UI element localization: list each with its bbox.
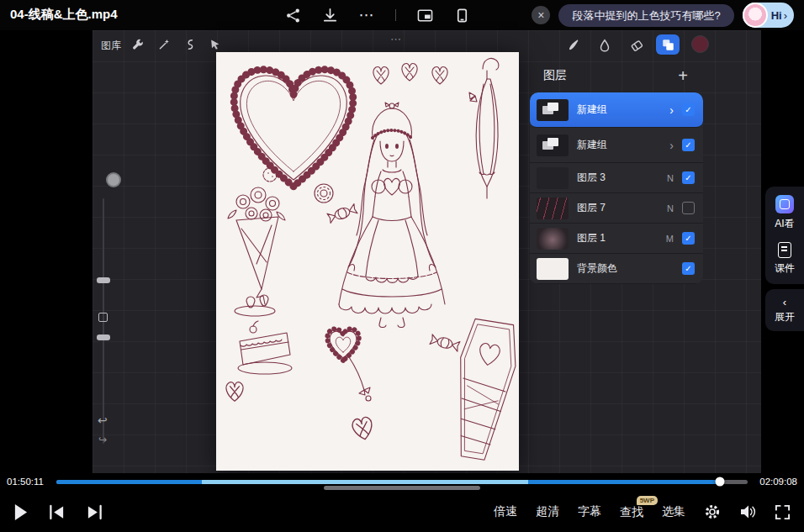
drawing-canvas <box>216 52 519 471</box>
close-icon[interactable]: × <box>532 6 550 24</box>
quality-button[interactable]: 超清 <box>536 504 559 519</box>
lineart-illustration <box>216 52 519 471</box>
layer-name: 图层 7 <box>577 201 667 215</box>
layer-visibility-checkbox <box>682 171 695 184</box>
fullscreen-icon[interactable] <box>775 504 791 520</box>
video-viewport[interactable]: 图库 ⋯ <box>0 30 804 473</box>
find-button[interactable]: 查找 <box>620 505 643 519</box>
blend-mode-label: N <box>667 173 674 183</box>
brush-size-slider <box>97 277 110 283</box>
courseware-label: 课件 <box>775 261 795 276</box>
eraser-tool-icon <box>629 38 644 53</box>
side-tools-group: AI看 课件 <box>765 187 804 284</box>
progress-bar[interactable] <box>56 480 748 484</box>
active-color-swatch <box>691 35 709 53</box>
brush-opacity-slider <box>97 334 110 340</box>
expand-label: 展开 <box>775 310 795 324</box>
speed-button[interactable]: 倍速 <box>494 504 517 519</box>
layer-row-background: 背景颜色 <box>530 254 703 284</box>
layer-name: 背景颜色 <box>577 261 682 276</box>
chat-question-bubble[interactable]: 段落中提到的上色技巧有哪些? <box>558 4 733 27</box>
redo-icon: ↪ <box>98 434 107 445</box>
layers-panel-title: 图层 <box>543 68 567 83</box>
layer-thumbnail <box>537 258 569 280</box>
layer-visibility-checkbox <box>682 232 695 245</box>
layer-row-group: 新建组 › <box>530 128 703 163</box>
chevron-right-icon: › <box>669 103 674 117</box>
layer-row-group-selected: 新建组 › <box>530 92 703 128</box>
progress-knob[interactable] <box>716 477 725 487</box>
video-title: 04-线稿&上色.mp4 <box>10 7 118 23</box>
layer-name: 新建组 <box>577 138 669 152</box>
ai-icon <box>775 195 794 213</box>
layer-visibility-checkbox <box>682 202 695 214</box>
find-badge: 5WP <box>637 496 658 505</box>
avatar <box>743 3 768 28</box>
assistant-pill[interactable]: Hi › <box>743 3 794 28</box>
layer-name: 图层 3 <box>577 171 667 185</box>
topbar-actions: ⋯ <box>284 0 470 30</box>
layer-row: 图层 1 M <box>530 224 703 254</box>
episodes-button[interactable]: 选集 <box>662 504 685 519</box>
assistant-area: × 段落中提到的上色技巧有哪些? Hi › <box>532 3 794 28</box>
topbar-divider <box>395 9 396 21</box>
expand-button[interactable]: ‹ 展开 <box>765 289 804 331</box>
video-player-page: 04-线稿&上色.mp4 ⋯ × 段落中提到的上色技巧有哪些? Hi <box>0 0 804 532</box>
courseware-button[interactable]: 课件 <box>775 242 795 276</box>
assistant-label: Hi <box>771 9 782 22</box>
adjustments-wand-icon <box>158 38 172 51</box>
add-layer-icon: + <box>678 67 688 84</box>
ai-watch-label: AI看 <box>775 217 794 231</box>
smudge-tool-icon <box>597 38 612 53</box>
undo-icon: ↩ <box>98 413 108 427</box>
document-icon <box>778 242 791 258</box>
layer-visibility-checkbox <box>682 139 695 151</box>
total-time: 02:09:08 <box>755 477 797 487</box>
pip-icon[interactable] <box>416 7 433 24</box>
download-icon[interactable] <box>321 7 338 24</box>
player-controls: 倍速 超清 字幕 查找 5WP 选集 <box>0 492 804 532</box>
mini-player-icon[interactable] <box>453 7 470 24</box>
scrollbar[interactable] <box>324 486 480 490</box>
layer-visibility-checkbox <box>682 262 695 275</box>
ai-watch-button[interactable]: AI看 <box>775 195 794 231</box>
next-episode-button[interactable] <box>86 504 103 520</box>
transform-tool-icon <box>209 38 222 51</box>
cursor-dot <box>106 172 121 187</box>
layer-name: 图层 1 <box>577 231 666 245</box>
layer-thumbnail <box>537 134 569 156</box>
play-button[interactable] <box>13 503 28 521</box>
share-icon[interactable] <box>284 7 301 24</box>
progress-highlight <box>202 480 528 484</box>
modify-button <box>98 313 108 322</box>
current-time: 01:50:11 <box>7 477 49 487</box>
layer-thumbnail <box>537 228 569 250</box>
actions-wrench-icon <box>131 38 145 51</box>
chevron-right-icon: › <box>669 139 674 152</box>
gallery-label: 图库 <box>101 39 121 53</box>
layers-panel: 图层 + 新建组 › 新建组 › <box>530 64 703 284</box>
layer-thumbnail <box>537 198 569 219</box>
top-bar: 04-线稿&上色.mp4 ⋯ × 段落中提到的上色技巧有哪些? Hi <box>0 0 804 30</box>
layers-panel-button <box>656 34 680 55</box>
selection-tool-icon <box>183 38 197 51</box>
brush-tool-icon <box>565 38 580 53</box>
chevron-left-icon: ‹ <box>783 296 786 308</box>
subtitles-button[interactable]: 字幕 <box>578 504 601 519</box>
chevron-right-icon: › <box>784 9 787 22</box>
layer-thumbnail <box>537 167 569 189</box>
layer-name: 新建组 <box>577 103 669 117</box>
blend-mode-label: M <box>666 234 674 244</box>
layer-row: 图层 7 N <box>530 193 703 224</box>
previous-episode-button[interactable] <box>48 504 66 520</box>
volume-icon[interactable] <box>739 504 756 519</box>
blend-mode-label: N <box>667 203 674 213</box>
procreate-app-frame: 图库 ⋯ <box>93 30 761 473</box>
layer-visibility-checkbox <box>682 103 695 116</box>
more-icon[interactable]: ⋯ <box>358 7 375 24</box>
layer-thumbnail <box>537 99 569 121</box>
layer-row: 图层 3 N <box>530 163 703 193</box>
settings-gear-icon[interactable] <box>704 503 721 520</box>
canvas-drag-handle: ⋯ <box>390 33 403 45</box>
